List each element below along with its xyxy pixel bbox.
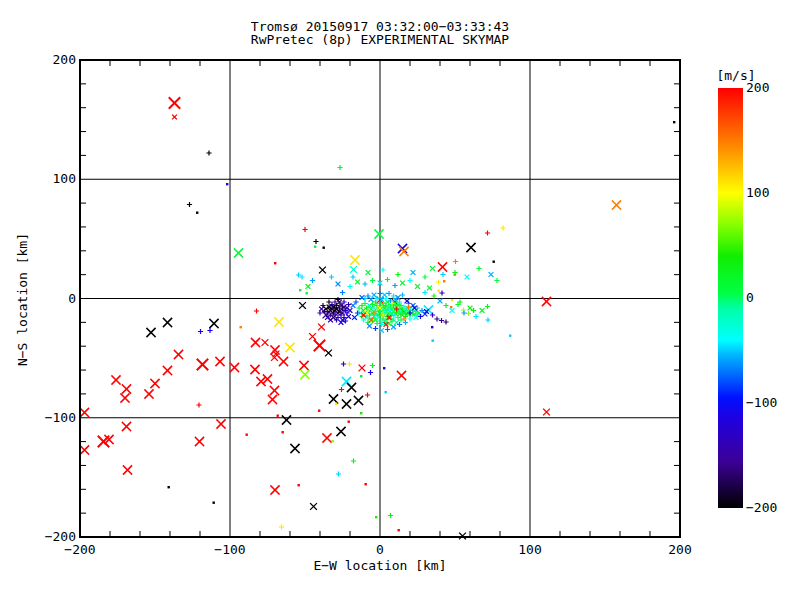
skymap-figure: Tromsø 20150917 03:32:00−03:33:43 RwPret…	[0, 0, 800, 600]
y-tick-label: −100	[38, 411, 76, 425]
y-tick-label: 0	[38, 292, 76, 306]
x-tick-label: −200	[50, 543, 110, 557]
y-tick-label: 100	[38, 172, 76, 186]
x-tick-label: 100	[500, 543, 560, 557]
x-tick-label: 200	[650, 543, 710, 557]
colorbar-tick-label: 0	[746, 291, 792, 305]
plot-area	[0, 0, 800, 600]
colorbar-tick-label: 100	[746, 186, 792, 200]
x-tick-label: −100	[200, 543, 260, 557]
colorbar-tick-label: −200	[746, 501, 792, 515]
colorbar-tick-label: 200	[746, 81, 792, 95]
x-tick-label: 0	[350, 543, 410, 557]
colorbar-tick-label: −100	[746, 396, 792, 410]
colorbar-gradient	[718, 88, 743, 508]
y-tick-label: 200	[38, 53, 76, 67]
